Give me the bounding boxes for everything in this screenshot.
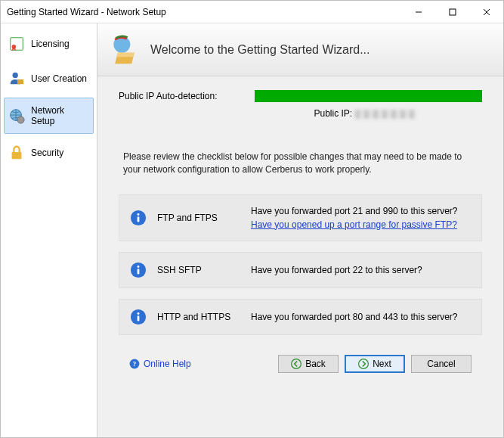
svg-rect-19 [138, 315, 140, 321]
svg-point-6 [13, 73, 18, 78]
svg-point-20 [138, 312, 140, 315]
globe-icon [8, 107, 25, 124]
check-line1: Have you forwarded port 22 to this serve… [251, 265, 422, 275]
info-icon [130, 309, 147, 325]
check-line1: Have you forwarded port 21 and 990 to th… [251, 206, 458, 216]
sidebar-item-licensing[interactable]: Licensing [4, 28, 94, 60]
check-desc: Have you forwarded port 22 to this serve… [251, 263, 471, 277]
banner-title: Welcome to the Getting Started Wizard... [150, 43, 370, 57]
info-icon [130, 210, 147, 226]
sidebar-item-user-creation[interactable]: User Creation [4, 63, 94, 95]
check-name: HTTP and HTTPS [157, 312, 240, 322]
passive-ftp-link[interactable]: Have you opened up a port range for pass… [251, 219, 457, 230]
check-ftp: FTP and FTPS Have you forwarded port 21 … [119, 194, 482, 241]
main-panel: Welcome to the Getting Started Wizard...… [97, 23, 503, 437]
banner: Welcome to the Getting Started Wizard... [97, 23, 503, 76]
svg-rect-10 [12, 152, 22, 159]
next-label: Next [373, 359, 391, 369]
svg-rect-13 [138, 216, 140, 222]
back-button[interactable]: Back [278, 355, 339, 373]
check-desc: Have you forwarded port 80 and 443 to th… [251, 310, 471, 324]
sidebar-item-security[interactable]: Security [4, 137, 94, 169]
content: Licensing User Creation Network Setup Se… [1, 23, 503, 437]
svg-rect-4 [11, 38, 23, 51]
check-ssh: SSH SFTP Have you forwarded port 22 to t… [119, 252, 482, 288]
ip-progress-bar [255, 90, 482, 102]
sidebar-item-label: User Creation [31, 73, 87, 84]
check-name: FTP and FTPS [157, 213, 240, 223]
window-title: Getting Started Wizard - Network Setup [7, 7, 401, 17]
help-icon: ? [129, 359, 140, 369]
sidebar: Licensing User Creation Network Setup Se… [1, 23, 97, 437]
svg-point-17 [138, 266, 140, 268]
user-icon [8, 70, 25, 87]
svg-rect-7 [17, 79, 23, 84]
instructions-text: Please review the checklist below for po… [119, 151, 482, 176]
wizard-window: Getting Started Wizard - Network Setup L… [0, 0, 504, 438]
online-help-link[interactable]: ? Online Help [129, 359, 191, 369]
ip-detection-label: Public IP Auto-detection: [119, 91, 247, 101]
svg-text:?: ? [133, 360, 136, 368]
back-label: Back [305, 359, 326, 369]
svg-rect-16 [138, 269, 140, 274]
wizard-icon [108, 33, 141, 67]
public-ip-label: Public IP: [314, 108, 352, 119]
check-name: SSH SFTP [157, 265, 240, 275]
minimize-button[interactable] [401, 1, 435, 23]
check-http: HTTP and HTTPS Have you forwarded port 8… [119, 299, 482, 335]
svg-point-14 [138, 213, 140, 216]
svg-point-23 [292, 359, 301, 368]
svg-point-9 [17, 116, 24, 123]
info-icon [130, 262, 147, 278]
public-ip-value-redacted [355, 110, 416, 119]
cancel-label: Cancel [427, 359, 455, 369]
lock-icon [8, 144, 25, 161]
check-desc: Have you forwarded port 21 and 990 to th… [251, 204, 471, 231]
public-ip-line: Public IP: [119, 108, 482, 119]
certificate-icon [8, 36, 25, 52]
online-help-label: Online Help [144, 359, 191, 369]
maximize-button[interactable] [435, 1, 469, 23]
svg-rect-1 [450, 9, 456, 15]
next-button[interactable]: Next [345, 355, 405, 373]
arrow-right-icon [358, 359, 369, 369]
ip-detection-row: Public IP Auto-detection: [119, 90, 482, 102]
sidebar-item-label: Licensing [31, 39, 70, 49]
footer: ? Online Help Back Next Cancel [119, 346, 482, 384]
arrow-left-icon [291, 359, 301, 369]
check-line1: Have you forwarded port 80 and 443 to th… [251, 312, 458, 322]
body: Public IP Auto-detection: Public IP: Ple… [97, 76, 503, 437]
sidebar-item-label: Network Setup [31, 105, 89, 126]
sidebar-item-network-setup[interactable]: Network Setup [4, 98, 94, 134]
close-button[interactable] [469, 1, 503, 23]
svg-point-24 [359, 359, 369, 368]
titlebar: Getting Started Wizard - Network Setup [1, 1, 503, 23]
cancel-button[interactable]: Cancel [411, 355, 472, 373]
sidebar-item-label: Security [31, 148, 63, 158]
